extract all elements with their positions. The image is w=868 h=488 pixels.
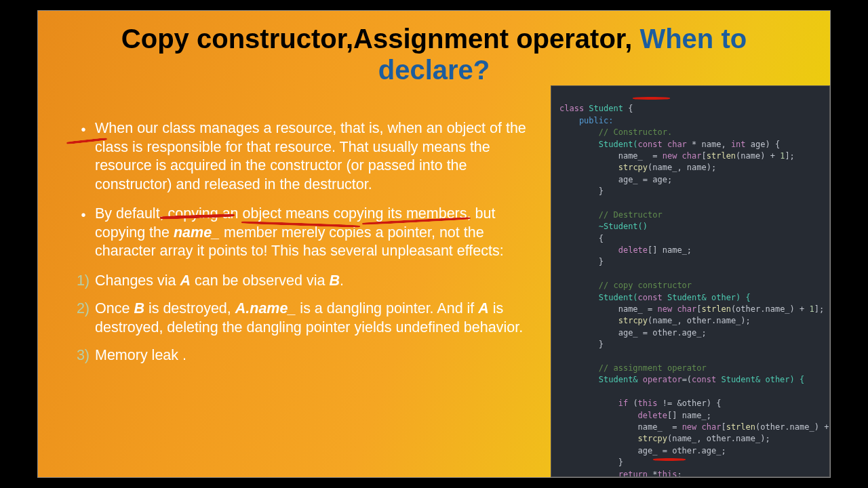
bullet-1: • When our class manages a resource, tha… — [72, 119, 547, 194]
code-block: class Student { public: // Constructor. … — [551, 85, 830, 477]
num-label: 1) — [60, 272, 95, 291]
annotation-underline — [633, 97, 670, 100]
bullet-2: • By default, copying an object means co… — [72, 205, 547, 261]
bullet-dot: • — [72, 119, 95, 194]
num-item-2: 2) Once B is destroyed, A.name_ is a dan… — [60, 300, 547, 337]
annotation-underline — [653, 458, 686, 461]
title-part-black: Copy constructor,Assignment operator, — [121, 24, 640, 54]
num-item-3: 3) Memory leak . — [60, 346, 547, 365]
num-item-1: 1) Changes via A can be observed via B. — [60, 272, 547, 291]
bullet-2-text: By default, copying an object means copy… — [95, 205, 547, 261]
num-label: 2) — [60, 300, 95, 337]
slide-title: Copy constructor,Assignment operator, Wh… — [38, 11, 830, 91]
slide: Copy constructor,Assignment operator, Wh… — [37, 10, 831, 478]
bullet-1-text: When our class manages a resource, that … — [95, 119, 547, 194]
num-label: 3) — [60, 346, 95, 365]
slide-body: • When our class manages a resource, tha… — [72, 119, 547, 375]
bullet-dot: • — [72, 205, 95, 261]
